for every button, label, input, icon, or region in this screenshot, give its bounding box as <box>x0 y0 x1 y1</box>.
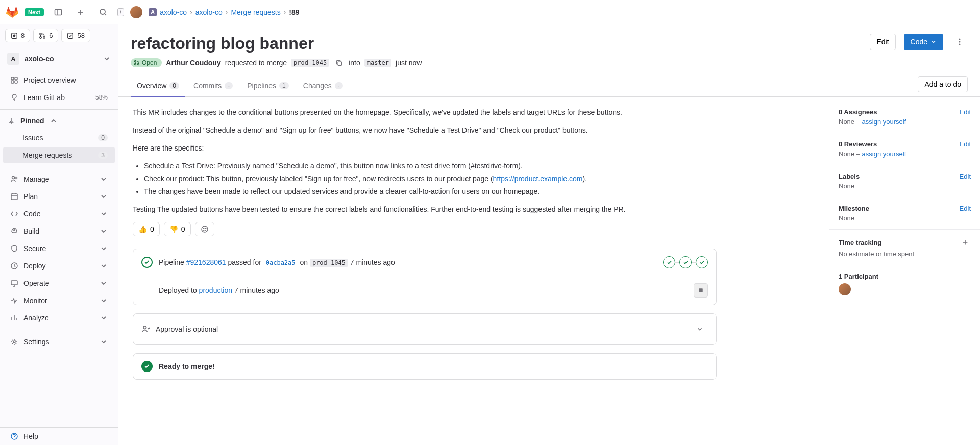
target-branch[interactable]: master <box>364 59 391 67</box>
edit-reviewers-link[interactable]: Edit <box>960 140 971 148</box>
next-badge: Next <box>24 8 44 16</box>
sidebar-item-settings[interactable]: Settings <box>3 334 115 350</box>
tab-badge: 0 <box>169 82 179 89</box>
sidebar-label: Project overview <box>23 76 108 84</box>
code-button[interactable]: Code <box>904 34 943 50</box>
issues-counter[interactable]: 8 <box>5 29 30 42</box>
breadcrumb-group[interactable]: axolo-co <box>160 8 187 16</box>
shield-icon <box>10 244 18 253</box>
svg-rect-15 <box>15 81 17 83</box>
code-icon <box>10 210 18 218</box>
desc-paragraph: This MR includes changes to the conditio… <box>133 107 717 118</box>
tab-pipelines[interactable]: Pipelines1 <box>241 76 295 97</box>
reviewers-title: 0 Reviewers <box>839 140 877 148</box>
search-button[interactable] <box>95 4 111 20</box>
add-time-button[interactable] <box>960 237 971 248</box>
thumbs-up-button[interactable]: 👍 0 <box>133 222 160 236</box>
tab-label: Commits <box>193 82 222 90</box>
assignees-title: 0 Assignees <box>839 108 877 116</box>
sidebar-item-manage[interactable]: Manage <box>3 171 115 187</box>
svg-point-23 <box>13 341 15 343</box>
edit-milestone-link[interactable]: Edit <box>960 205 971 212</box>
svg-point-16 <box>12 94 16 98</box>
mr-author[interactable]: Arthur Coudouy <box>166 59 220 67</box>
tab-label: Pipelines <box>247 82 276 90</box>
tab-changes[interactable]: Changes- <box>297 76 349 97</box>
source-branch[interactable]: prod-1045 <box>291 59 329 67</box>
sidebar-label: Analyze <box>23 314 94 322</box>
right-sidebar: 0 AssigneesEdit None – assign yourself 0… <box>829 97 980 398</box>
milestone-none: None <box>839 214 971 222</box>
sidebar-item-help[interactable]: Help <box>3 428 115 444</box>
stage-success-icon[interactable] <box>663 256 675 268</box>
sidebar-item-learn-gitlab[interactable]: Learn GitLab 58% <box>3 89 115 106</box>
project-name: axolo-co <box>24 55 97 63</box>
assign-yourself-reviewer-link[interactable]: assign yourself <box>862 150 906 158</box>
labels-title: Labels <box>839 172 860 180</box>
sidebar-item-project-overview[interactable]: Project overview <box>3 72 115 88</box>
breadcrumb-project[interactable]: axolo-co <box>195 8 223 16</box>
expand-approval-button[interactable] <box>692 321 708 337</box>
copy-branch-button[interactable] <box>333 57 345 68</box>
mr-tabs: Overview0 Commits- Pipelines1 Changes- A… <box>118 76 980 97</box>
sidebar-section-pinned[interactable]: Pinned <box>0 113 118 129</box>
approval-icon <box>141 325 151 334</box>
create-button[interactable] <box>72 4 89 20</box>
breadcrumb-section[interactable]: Merge requests <box>231 8 280 16</box>
assign-yourself-link[interactable]: assign yourself <box>862 118 906 126</box>
sidebar-item-issues[interactable]: Issues 0 <box>3 130 115 146</box>
pipeline-sha-link[interactable]: 0acba2a5 <box>263 259 298 267</box>
chevron-down-icon <box>100 210 108 218</box>
mrs-counter[interactable]: 6 <box>33 29 58 42</box>
deploy-icon <box>10 262 18 270</box>
svg-point-25 <box>959 39 961 40</box>
breadcrumb: A axolo-co › axolo-co › Merge requests ›… <box>149 8 299 16</box>
sidebar-item-build[interactable]: Build <box>3 223 115 239</box>
mr-description: This MR includes changes to the conditio… <box>133 107 717 215</box>
overview-icon <box>10 76 18 84</box>
more-actions-button[interactable] <box>951 34 968 50</box>
tab-overview[interactable]: Overview0 <box>131 76 185 97</box>
help-icon <box>10 432 18 440</box>
environment-link[interactable]: production <box>199 286 232 294</box>
sidebar-item-operate[interactable]: Operate <box>3 275 115 291</box>
sidebar-project-header[interactable]: A axolo-co <box>0 46 118 71</box>
svg-point-33 <box>203 228 204 229</box>
pipeline-id-link[interactable]: #921628061 <box>186 258 226 266</box>
code-button-label: Code <box>911 38 927 46</box>
participant-avatar[interactable] <box>839 283 851 295</box>
stage-success-icon[interactable] <box>679 256 692 268</box>
sidebar-item-merge-requests[interactable]: Merge requests 3 <box>3 147 115 163</box>
thumbs-down-button[interactable]: 👎 0 <box>164 222 191 236</box>
product-link[interactable]: https://product.example.com <box>493 175 583 183</box>
add-todo-button[interactable]: Add a to do <box>918 76 968 92</box>
topbar: Next / A axolo-co › axolo-co › Merge req… <box>0 0 980 24</box>
edit-button[interactable]: Edit <box>870 34 895 50</box>
sidebar-item-analyze[interactable]: Analyze <box>3 310 115 326</box>
sidebar-toggle-button[interactable] <box>50 4 66 20</box>
edit-labels-link[interactable]: Edit <box>960 172 971 180</box>
tab-badge: 1 <box>279 82 289 89</box>
chevron-down-icon <box>100 244 108 253</box>
gitlab-logo[interactable] <box>6 6 18 18</box>
sidebar-item-code[interactable]: Code <box>3 206 115 222</box>
pipeline-branch: prod-1045 <box>310 259 348 267</box>
user-avatar[interactable] <box>130 6 142 18</box>
chart-icon <box>10 314 18 322</box>
chevron-down-icon <box>100 338 108 346</box>
todos-counter[interactable]: 58 <box>61 29 90 42</box>
ready-to-merge-text: Ready to merge! <box>159 362 215 370</box>
sidebar-item-deploy[interactable]: Deploy <box>3 258 115 274</box>
sidebar-item-plan[interactable]: Plan <box>3 188 115 205</box>
svg-point-20 <box>14 230 15 231</box>
milestone-title: Milestone <box>839 205 869 212</box>
stop-environment-button[interactable] <box>694 283 708 298</box>
stage-success-icon[interactable] <box>696 256 708 268</box>
edit-assignees-link[interactable]: Edit <box>960 108 971 116</box>
tab-commits[interactable]: Commits- <box>187 76 239 97</box>
sidebar-label: Settings <box>23 338 94 346</box>
add-reaction-button[interactable] <box>195 222 214 236</box>
svg-rect-19 <box>11 194 17 200</box>
sidebar-item-monitor[interactable]: Monitor <box>3 292 115 309</box>
sidebar-item-secure[interactable]: Secure <box>3 240 115 257</box>
